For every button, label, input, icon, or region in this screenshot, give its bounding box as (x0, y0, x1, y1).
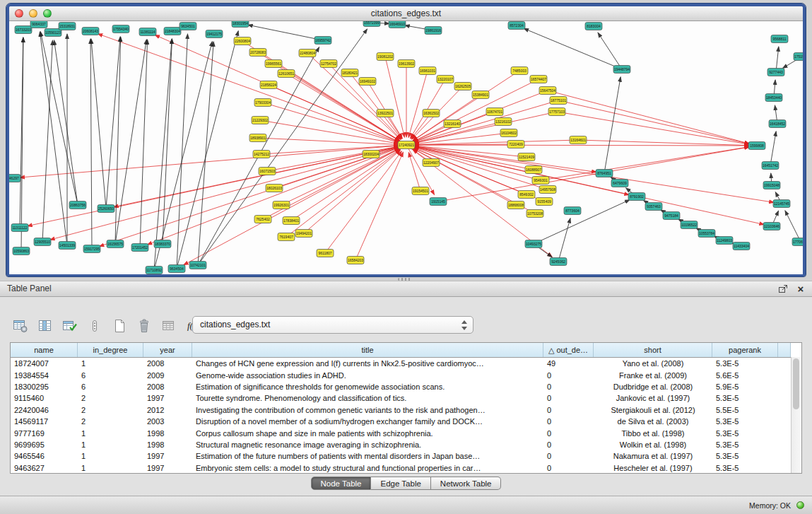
graph-node[interactable]: 16949102 (359, 78, 376, 86)
graph-node[interactable]: 9245062 (550, 258, 567, 266)
graph-node[interactable]: 11433404 (733, 243, 750, 250)
network-view[interactable]: 1673320390643371059012315318931206081431… (9, 21, 803, 274)
graph-node[interactable]: 9549301 (532, 177, 549, 185)
graph-node[interactable]: 25260650 (98, 205, 114, 213)
row-selector-icon[interactable] (86, 316, 104, 336)
graph-node[interactable]: 6479609 (611, 180, 628, 187)
graph-node[interactable]: 16451742 (762, 162, 779, 170)
graph-node[interactable]: 19915048 (763, 182, 780, 189)
window-zoom-button[interactable] (43, 9, 52, 18)
graph-node[interactable]: 16361502 (423, 110, 440, 117)
graph-node[interactable]: 19965561 (265, 60, 282, 68)
tab-network-table[interactable]: Network Table (431, 477, 502, 490)
graph-node[interactable]: 17903304 (254, 99, 271, 107)
graph-node[interactable]: 16733203 (15, 26, 32, 34)
graph-node[interactable]: 13922501 (377, 110, 394, 117)
graph-node[interactable]: 17706904 (792, 238, 803, 246)
graph-node[interactable]: 16959742 (314, 37, 331, 45)
graph-node[interactable]: 18868008 (507, 201, 524, 209)
graph-node[interactable]: 19926301 (273, 201, 290, 209)
graph-node[interactable]: 17240921 (398, 141, 415, 149)
table-row[interactable]: 2242004622012Investigating the contribut… (11, 404, 791, 416)
graph-node[interactable]: 9277443 (767, 69, 784, 76)
graph-node[interactable]: 8183004 (585, 23, 602, 30)
table-row[interactable]: 969969511998Structural magnetic resonanc… (11, 439, 791, 450)
column-header-year[interactable]: year (143, 343, 192, 357)
scrollbar-thumb[interactable] (793, 358, 799, 409)
graph-node[interactable]: 9568811 (771, 35, 788, 43)
table-source-select[interactable]: citations_edges.txt (192, 316, 473, 334)
table-scrollbar[interactable] (791, 357, 801, 473)
trash-icon[interactable] (135, 316, 153, 336)
graph-node[interactable]: 13164601 (570, 136, 587, 144)
graph-node[interactable]: 11249803 (716, 237, 733, 245)
graph-node[interactable]: 18300204 (363, 151, 379, 158)
table-edit-icon[interactable] (61, 316, 79, 336)
graph-node[interactable]: 15384901 (472, 91, 489, 99)
table-row[interactable]: 946362711997Embryonic stem cells: a mode… (11, 462, 791, 474)
graph-node[interactable]: 21858224 (260, 81, 277, 89)
graph-node[interactable]: 10196522 (681, 221, 698, 229)
graph-node[interactable]: 9357463 (645, 203, 662, 211)
column-header-in_degree[interactable]: in_degree (78, 343, 143, 357)
graph-node[interactable]: 9611807 (317, 250, 334, 257)
graph-node[interactable]: 14501339 (59, 242, 76, 250)
graph-node[interactable]: 15318931 (59, 23, 76, 30)
graph-node[interactable]: 9064337 (30, 21, 47, 28)
graph-node[interactable]: 18938901 (249, 134, 266, 142)
graph-node[interactable]: 20863756 (69, 201, 86, 209)
graph-node[interactable]: 19861916 (425, 27, 442, 35)
graph-node[interactable]: 12145745 (773, 200, 790, 208)
graph-node[interactable]: 16574407 (530, 76, 547, 83)
graph-node[interactable]: 18383370 (154, 240, 171, 248)
graph-node[interactable]: 15917295 (83, 245, 100, 253)
graph-node[interactable]: 16071503 (259, 168, 276, 175)
table-row[interactable]: 911546021997Tourette syndrome. Phenomeno… (11, 392, 791, 404)
graph-node[interactable]: 16961031 (419, 67, 436, 75)
graph-node[interactable]: 14275212 (253, 151, 270, 158)
graph-node[interactable]: 13216102 (495, 118, 512, 126)
graph-node[interactable]: 10753208 (526, 210, 543, 218)
graph-node[interactable]: 19448794 (613, 66, 630, 74)
graph-node[interactable]: 16584203 (347, 257, 364, 264)
graph-node[interactable]: 18453440 (765, 94, 782, 102)
graph-node[interactable]: 16262505 (454, 83, 471, 90)
table-row[interactable]: 946554611997Estimation of the future num… (11, 450, 791, 462)
graph-node[interactable]: 9634504 (168, 265, 185, 273)
graph-node[interactable]: 20608143 (82, 28, 99, 35)
graph-node[interactable]: 16156575 (107, 240, 124, 248)
table-row[interactable]: 1938455462009Genome-wide association stu… (11, 369, 791, 380)
window-close-button[interactable] (15, 9, 23, 18)
memory-status-icon[interactable] (796, 501, 804, 509)
graph-node[interactable]: 8549302 (518, 191, 535, 199)
tab-node-table[interactable]: Node Table (311, 477, 372, 490)
graph-node[interactable]: 11710892 (146, 267, 163, 274)
graph-node[interactable]: 9155409 (536, 198, 553, 206)
graph-node[interactable]: 18301954 (232, 21, 249, 28)
graph-node[interactable]: 12204907 (423, 159, 440, 167)
network-canvas[interactable]: 1673320390643371059012315318931206081431… (9, 21, 803, 274)
graph-node[interactable]: 17201452 (131, 244, 148, 252)
graph-node[interactable]: 12754702 (320, 60, 337, 68)
graph-node[interactable]: 14957908 (539, 186, 556, 194)
graph-node[interactable]: 17519040 (794, 53, 803, 61)
window-minimize-button[interactable] (29, 9, 37, 18)
graph-node[interactable]: 7619407 (278, 233, 295, 241)
graph-node[interactable]: 11311122 (11, 224, 28, 232)
graph-node[interactable]: 10742101 (189, 262, 206, 269)
table-row[interactable]: 977716911998Corpus callosum shape and si… (11, 427, 791, 438)
graph-node[interactable]: 21229302 (252, 117, 269, 124)
table-row[interactable]: 1830029562008Estimation of significance … (11, 381, 791, 392)
graph-node[interactable]: 17554340 (112, 25, 129, 33)
table-settings-icon[interactable] (11, 316, 30, 336)
graph-node[interactable]: 12103646 (763, 223, 780, 230)
graph-node[interactable]: 8773604 (564, 207, 581, 215)
graph-node[interactable]: 19081202 (377, 53, 394, 61)
graph-node[interactable]: 16418452 (769, 120, 786, 128)
graph-node[interactable]: 17838401 (283, 217, 300, 225)
graph-node[interactable]: 16088907 (525, 166, 542, 174)
graph-node[interactable]: 8572304 (508, 22, 525, 30)
tab-edge-table[interactable]: Edge Table (371, 477, 430, 490)
column-header-title[interactable]: title (192, 343, 543, 357)
network-window-titlebar[interactable]: citations_edges.txt (9, 6, 803, 21)
